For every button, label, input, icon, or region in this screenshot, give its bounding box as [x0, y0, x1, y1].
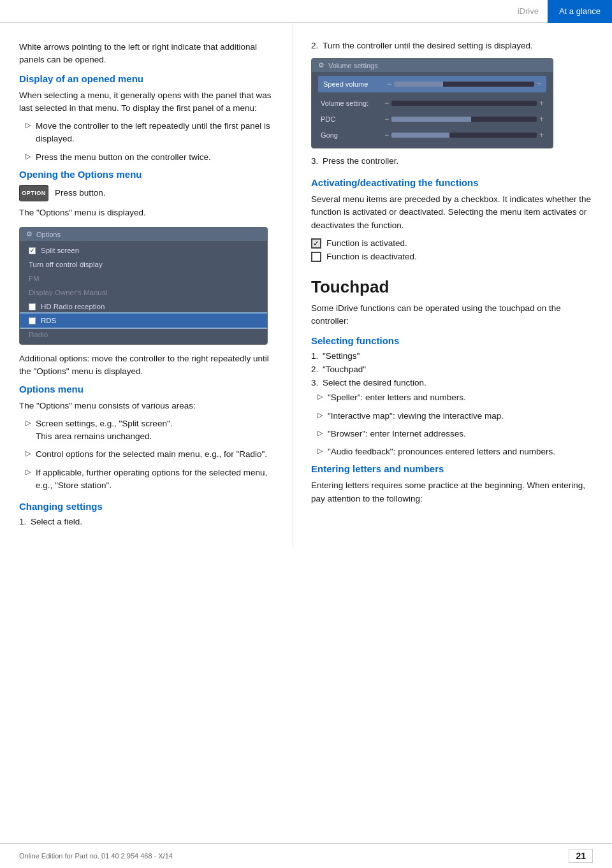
bullet-arrow-1: ▷: [26, 121, 31, 146]
speed-volume-bar-wrap: − +: [387, 80, 541, 89]
speed-bar-fill: [394, 82, 443, 87]
volume-setting-label: Volume setting:: [321, 99, 384, 107]
gong-minus: −: [384, 131, 389, 140]
activating-body: Several menu items are preceded by a che…: [311, 193, 593, 232]
options-menu-screenshot-wrap: ⚙ Options ✓ Split screen Turn off contro…: [19, 227, 275, 345]
vol-setting-minus: −: [384, 99, 389, 108]
entering-heading: Entering letters and numbers: [311, 463, 593, 474]
gong-bar-wrap: − +: [384, 131, 544, 140]
right-step-2-text: Turn the controller until the desired se…: [323, 41, 533, 50]
display-bullet-2-text: Press the menu button on the controller …: [36, 151, 211, 164]
volume-title-bar: ⚙ Volume settings: [312, 59, 553, 72]
sel-arrow-2: ▷: [317, 411, 323, 423]
gong-bar-bg: [391, 133, 537, 138]
sel-bullet-2: ▷ "Interactive map": viewing the interac…: [317, 410, 593, 423]
radio-label: Radio: [29, 331, 48, 338]
sel-bullet-2-text: "Interactive map": viewing the interacti…: [328, 410, 504, 423]
pdc-row: PDC − +: [318, 112, 546, 126]
speed-minus: −: [387, 80, 391, 89]
sel-arrow-1: ▷: [317, 393, 323, 404]
sel-step-2-text: "Touchpad": [323, 365, 366, 374]
options-menu-desc-body: The "Options" menu consists of various a…: [19, 400, 275, 412]
right-column: 2. Turn the controller until the desired…: [293, 23, 612, 548]
right-step-3-num: 3.: [311, 156, 323, 166]
intro-text: White arrows pointing to the left or rig…: [19, 41, 275, 67]
options-bullet-1: ▷ Screen settings, e.g., "Split screen".…: [26, 417, 275, 444]
selecting-functions-heading: Selecting functions: [311, 335, 593, 346]
press-button-text: Press button.: [55, 188, 106, 198]
volume-title-icon: ⚙: [318, 61, 324, 69]
vol-setting-bar-bg: [391, 101, 537, 106]
gong-plus: +: [539, 131, 544, 140]
pdc-plus: +: [539, 115, 544, 124]
changing-settings-heading: Changing settings: [19, 501, 275, 512]
page-content: White arrows pointing to the left or rig…: [0, 23, 612, 548]
sel-arrow-3: ▷: [317, 429, 323, 440]
changing-step-1-text: Select a field.: [31, 517, 82, 526]
owners-manual-label: Display Owner's Manual: [29, 289, 108, 296]
additional-options-text: Additional options: move the controller …: [19, 352, 275, 379]
sel-bullet-1: ▷ "Speller": enter letters and numbers.: [317, 391, 593, 404]
options-arrow-2: ▷: [26, 449, 31, 461]
pdc-label: PDC: [321, 115, 384, 123]
right-step-2: 2. Turn the controller until the desired…: [311, 41, 593, 50]
menu-row-radio: Radio: [20, 328, 267, 342]
split-screen-label: Split screen: [41, 247, 79, 254]
hd-radio-label: HD Radio reception: [41, 303, 105, 310]
pdc-bar-wrap: − +: [384, 115, 544, 124]
options-menu-body: ✓ Split screen Turn off control display …: [20, 241, 267, 344]
right-step-2-num: 2.: [311, 41, 323, 50]
options-bullet-1-sub: This area remains unchanged.: [36, 431, 152, 441]
options-bullet-3: ▷ If applicable, further operating optio…: [26, 467, 275, 493]
volume-speed-row: Speed volume − +: [318, 76, 546, 92]
header-idrive-label: iDrive: [509, 6, 548, 16]
options-menu-screenshot: ⚙ Options ✓ Split screen Turn off contro…: [19, 227, 268, 345]
options-bullet-1-main: Screen settings, e.g., "Split screen".: [36, 419, 172, 428]
menu-row-fm: FM: [20, 271, 267, 286]
options-menu-desc-section: Options menu The "Options" menu consists…: [19, 384, 275, 493]
option-button-img: OPTION: [19, 185, 48, 201]
gong-bar-fill: [391, 133, 449, 138]
right-step-3: 3. Press the controller.: [311, 156, 593, 166]
speed-bar-bg: [394, 82, 534, 87]
sel-step-1-text: "Settings": [323, 351, 360, 361]
activating-section: Activating/deactivating the functions Se…: [311, 177, 593, 262]
changing-settings-section: Changing settings 1. Select a field.: [19, 501, 275, 526]
checkbox-hd-radio: [29, 303, 36, 310]
step-num-1: 1.: [19, 517, 31, 526]
entering-section: Entering letters and numbers Entering le…: [311, 463, 593, 505]
sel-num-1: 1.: [311, 351, 323, 361]
options-bullet-3-main: If applicable, further operating options…: [36, 467, 275, 493]
checkbox-rds: [29, 317, 36, 324]
menu-row-turn-off: Turn off control display: [20, 257, 267, 271]
footer-online-text: Online Edition for Part no. 01 40 2 954 …: [19, 852, 173, 860]
sel-bullet-4: ▷ "Audio feedback": pronounces entered l…: [317, 445, 593, 458]
volume-setting-row: Volume setting: − +: [318, 96, 546, 110]
turn-off-label: Turn off control display: [29, 261, 103, 268]
page-footer: Online Edition for Part no. 01 40 2 954 …: [0, 843, 612, 868]
sel-bullet-4-text: "Audio feedback": pronounces entered let…: [328, 445, 555, 458]
func-checked-icon: ✓: [311, 238, 321, 249]
display-opened-menu-section: Display of an opened menu When selecting…: [19, 73, 275, 164]
opening-options-heading: Opening the Options menu: [19, 169, 275, 180]
rds-label: RDS: [41, 317, 56, 324]
sel-arrow-4: ▷: [317, 447, 323, 458]
menu-row-hd-radio: HD Radio reception: [20, 300, 267, 314]
options-bullet-2-main: Control options for the selected main me…: [36, 448, 267, 461]
changing-step-1: 1. Select a field.: [19, 517, 275, 526]
display-opened-menu-heading: Display of an opened menu: [19, 73, 275, 84]
touchpad-heading: Touchpad: [311, 277, 593, 297]
checkbox-checked-split: ✓: [29, 247, 36, 254]
options-menu-desc-heading: Options menu: [19, 384, 275, 394]
pdc-bar-fill: [391, 117, 471, 122]
display-bullet-1-text: Move the controller to the left repeated…: [36, 120, 275, 146]
volume-title-text: Volume settings: [328, 62, 378, 69]
options-title-icon: ⚙: [26, 230, 33, 238]
press-button-row: OPTION Press button.: [19, 185, 275, 201]
header-at-glance-label: At a glance: [548, 0, 612, 23]
activating-heading: Activating/deactivating the functions: [311, 177, 593, 188]
volume-setting-bar-wrap: − +: [384, 99, 544, 108]
gong-label: Gong: [321, 131, 384, 139]
right-step-3-text: Press the controller.: [323, 156, 398, 166]
display-bullet-2: ▷ Press the menu button on the controlle…: [26, 151, 275, 164]
